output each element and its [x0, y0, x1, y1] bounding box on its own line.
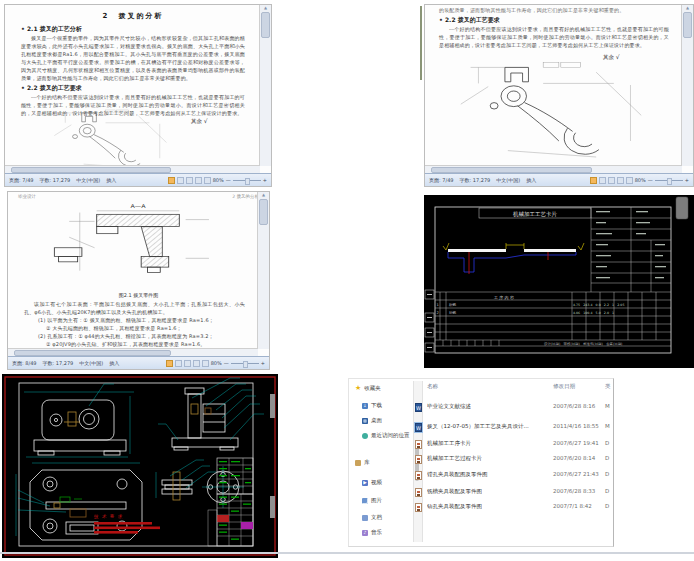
- file-row[interactable]: 铣槽夹具装配及零件图 2007/6/28 8:33 D: [349, 486, 613, 500]
- cad-assembly-window[interactable]: 技 术 要 求: [2, 374, 278, 558]
- scroll-thumb[interactable]: [259, 199, 268, 225]
- file-row[interactable]: W 毕业论文文献综述 2007/6/28 8:16 M: [349, 401, 613, 415]
- status-page[interactable]: 页面: 7/49: [429, 177, 454, 183]
- zoom-in-button[interactable]: +: [261, 360, 265, 366]
- word-status-bar: 页面: 8/49 字数: 17,279 中文(中国) 插入 80% — +: [8, 356, 269, 369]
- list-column-headers: 名称 修改日期 类: [349, 383, 613, 395]
- column-header-type[interactable]: 类: [605, 383, 611, 390]
- fork-outline: [73, 113, 141, 166]
- fork-outline: [490, 67, 599, 154]
- status-language[interactable]: 中文(中国): [76, 177, 100, 183]
- file-name: 毕业论文文献综述: [427, 403, 471, 410]
- view-button-draft[interactable]: [626, 177, 633, 184]
- zoom-in-button[interactable]: +: [685, 177, 689, 183]
- file-name: 机械加工工艺过程卡片: [427, 455, 482, 462]
- vertical-scrollbar[interactable]: ▲: [259, 5, 271, 166]
- view-button-web[interactable]: [186, 177, 193, 184]
- paragraph-2-1: 拨叉是一个很重要的零件，因为其零件尺寸比较小，结构形状较复杂，但其加工孔和表面的…: [21, 34, 245, 82]
- file-row[interactable]: 钻孔夹具装配及零件图 2007/7/1 8:42 D: [349, 501, 613, 515]
- zoom-level[interactable]: 80%: [213, 177, 224, 183]
- file-date: 2011/4/16 18:55: [553, 423, 599, 429]
- table-header-process-content: 工 序 内 容: [494, 295, 514, 300]
- word-window-page7: 2 拨叉的分析 2.1 拨叉的工艺分析 拨叉是一个很重要的零件，因为其零件尺寸比…: [4, 4, 272, 187]
- vertical-scrollbar[interactable]: ▲: [257, 192, 269, 349]
- status-wordcount[interactable]: 字数: 17,279: [43, 360, 74, 366]
- file-name: 拨叉（12-07-05）加工工艺及夹具设计...: [427, 423, 529, 430]
- vertical-scrollbar[interactable]: ▲: [681, 5, 693, 166]
- status-wordcount[interactable]: 字数: 17,279: [40, 177, 71, 183]
- zoom-out-button[interactable]: —: [648, 177, 653, 183]
- dwg-file-icon: [415, 488, 422, 497]
- zoom-slider[interactable]: [233, 180, 261, 181]
- zoom-slider[interactable]: [231, 363, 259, 364]
- view-button-outline[interactable]: [195, 177, 202, 184]
- view-button-draft[interactable]: [202, 360, 209, 367]
- status-wordcount[interactable]: 字数: 17,279: [460, 177, 491, 183]
- scrollbar-thumb-top[interactable]: [270, 394, 275, 418]
- view-button-print-layout[interactable]: [590, 177, 597, 184]
- column-header-date-modified[interactable]: 修改日期: [553, 383, 575, 390]
- music-icon: ♪: [362, 530, 368, 536]
- view-button-outline[interactable]: [617, 177, 624, 184]
- view-button-fullscreen[interactable]: [175, 360, 182, 367]
- sidebar-label: 文档: [371, 514, 382, 521]
- dwg-file-icon: [415, 471, 422, 480]
- header-left: 毕业设计: [18, 194, 36, 199]
- view-button-web[interactable]: [184, 360, 191, 367]
- status-insert-mode[interactable]: 插入: [526, 177, 536, 183]
- status-insert-mode[interactable]: 插入: [106, 177, 116, 183]
- zoom-out-button[interactable]: —: [226, 177, 231, 183]
- view-button-fullscreen[interactable]: [599, 177, 606, 184]
- file-row[interactable]: 机械加工工序卡片 2007/6/27 19:41 D: [349, 438, 613, 452]
- paragraph-2-2: 一个好的结构不但要应该达到设计要求，而且要有好的机械加工工艺性，也就是要有加工的…: [439, 25, 669, 49]
- zoom-out-button[interactable]: —: [224, 360, 229, 366]
- status-language[interactable]: 中文(中国): [79, 360, 103, 366]
- status-page[interactable]: 页面: 8/49: [12, 360, 37, 366]
- doc-title: 2 拨叉的分析: [21, 11, 245, 21]
- status-insert-mode[interactable]: 插入: [109, 360, 119, 366]
- file-name: 铣槽夹具装配及零件图: [427, 488, 482, 495]
- zoom-level[interactable]: 80%: [635, 177, 646, 183]
- file-type: D: [605, 455, 609, 461]
- status-page[interactable]: 页面: 7/49: [9, 177, 34, 183]
- file-name: 镗孔夹具装配图及零件图: [427, 471, 488, 478]
- view-button-fullscreen[interactable]: [177, 177, 184, 184]
- scrollbar-thumb[interactable]: [676, 197, 688, 219]
- view-button-outline[interactable]: [193, 360, 200, 367]
- file-name: 钻孔夹具装配及零件图: [427, 503, 482, 510]
- heading-2-2: 2.2 拨叉的工艺要求: [439, 16, 669, 25]
- dwg-file-icon: [415, 503, 422, 512]
- documents-icon: [362, 515, 368, 521]
- scroll-thumb[interactable]: [261, 12, 270, 38]
- zoom-slider[interactable]: [655, 180, 683, 181]
- dwg-file-icon: [415, 455, 422, 464]
- word-page-content: 2 拨叉的分析 2.1 拨叉的工艺分析 拨叉是一个很重要的零件，因为其零件尺寸比…: [21, 11, 245, 117]
- paragraph-intro: 该加工有七个加工表面：平面加工包括拨叉底面、大小孔上平面；孔系加工包括大、小头孔…: [24, 300, 245, 316]
- heading-2-1: 2.1 拨叉的工艺分析: [21, 25, 245, 34]
- file-type: D: [605, 488, 609, 494]
- view-button-print-layout[interactable]: [168, 177, 175, 184]
- dimension-lines: [461, 63, 641, 157]
- file-row[interactable]: W 拨叉（12-07-05）加工工艺及夹具设计... 2011/4/16 18:…: [349, 421, 613, 435]
- file-row[interactable]: 镗孔夹具装配图及零件图 2007/6/27 21:43 D: [349, 469, 613, 483]
- dimension-lines: [54, 110, 166, 168]
- view-button-print-layout[interactable]: [166, 360, 173, 367]
- file-row[interactable]: 机械加工工艺过程卡片 2007/6/20 8:14 D: [349, 453, 613, 467]
- status-language[interactable]: 中文(中国): [496, 177, 520, 183]
- view-button-web[interactable]: [608, 177, 615, 184]
- cad-process-card-window[interactable]: 机械加工工艺卡片: [424, 195, 694, 368]
- sidebar-label: 音乐: [371, 529, 382, 536]
- column-header-name[interactable]: 名称: [427, 383, 438, 390]
- surface-finish-symbol: √: [616, 53, 620, 60]
- scroll-thumb[interactable]: [683, 12, 692, 38]
- scrollbar-thumb-bottom[interactable]: [270, 496, 275, 518]
- surface-finish-note: 其余 √: [191, 117, 208, 125]
- sidebar-item-documents[interactable]: 文档: [362, 514, 382, 521]
- file-date: 2007/7/1 8:42: [553, 503, 592, 509]
- zoom-level[interactable]: 80%: [211, 360, 222, 366]
- zoom-in-button[interactable]: +: [263, 177, 267, 183]
- file-explorer-window: ★ 收藏夹 ↓ 下载 桌面 最近访问的位置 库 ▶ 视频 图片 文档: [348, 378, 614, 547]
- view-button-draft[interactable]: [204, 177, 211, 184]
- sidebar-item-music[interactable]: ♪ 音乐: [362, 529, 382, 536]
- list-item-3: (2) 孔系加工有：① φ44的大头孔粗、精镗加工，其表面粗糙度为 Ra=3.2…: [24, 332, 245, 340]
